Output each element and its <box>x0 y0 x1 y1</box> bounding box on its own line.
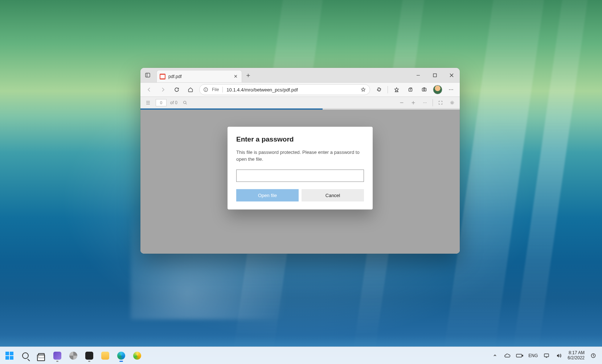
extensions-button[interactable] <box>374 85 384 95</box>
network-icon[interactable] <box>543 352 550 359</box>
svg-point-17 <box>452 89 453 90</box>
load-progress <box>140 109 460 110</box>
close-window-button[interactable] <box>443 68 460 82</box>
dialog-title: Enter a password <box>236 136 364 144</box>
svg-point-16 <box>451 89 451 90</box>
new-tab-button[interactable]: ＋ <box>242 68 254 82</box>
minimize-button[interactable] <box>410 68 426 82</box>
address-scheme: File <box>212 87 219 92</box>
tab-title: pdf.pdf <box>168 74 229 79</box>
svg-point-29 <box>451 102 453 103</box>
taskbar-app-teams[interactable] <box>50 348 65 363</box>
svg-rect-13 <box>422 88 426 91</box>
settings-menu-button[interactable] <box>446 85 456 95</box>
home-button[interactable] <box>185 85 196 95</box>
svg-point-27 <box>425 102 425 103</box>
notifications-button[interactable] <box>590 352 597 359</box>
svg-point-21 <box>184 101 186 103</box>
svg-rect-31 <box>522 355 523 356</box>
page-total: of 0 <box>170 100 177 105</box>
browser-toolbar: File 10.1.4.4/mro/between_pcs/pdf.pdf <box>140 82 460 97</box>
web-capture-button[interactable] <box>419 85 429 95</box>
collections-button[interactable] <box>405 85 415 95</box>
more-button[interactable] <box>421 99 429 107</box>
forward-button[interactable] <box>158 85 168 95</box>
system-tray: ENG 8:17 AM 6/2/2022 <box>491 351 602 361</box>
contents-button[interactable] <box>144 99 152 107</box>
refresh-button[interactable] <box>172 85 182 95</box>
close-tab-button[interactable]: ✕ <box>232 73 239 80</box>
clock-date: 6/2/2022 <box>568 356 585 361</box>
svg-rect-0 <box>146 73 150 77</box>
onedrive-icon[interactable] <box>504 352 511 359</box>
maximize-button[interactable] <box>426 68 443 82</box>
language-indicator[interactable]: ENG <box>528 353 538 358</box>
pdf-settings-button[interactable] <box>448 99 456 107</box>
find-button[interactable] <box>181 99 189 107</box>
svg-point-14 <box>423 89 425 90</box>
pdf-icon <box>160 74 165 79</box>
profile-avatar[interactable] <box>433 85 442 94</box>
clock[interactable]: 8:17 AM 6/2/2022 <box>568 351 585 361</box>
svg-point-28 <box>426 102 427 103</box>
taskbar-app-settings[interactable] <box>66 348 81 363</box>
svg-point-15 <box>449 89 450 90</box>
volume-icon[interactable] <box>555 352 562 359</box>
taskbar-app-explorer[interactable] <box>98 348 112 363</box>
favorite-button[interactable] <box>360 87 366 93</box>
taskbar-app-edge[interactable] <box>114 348 128 363</box>
taskbar-app-terminal[interactable] <box>82 348 97 363</box>
taskbar-app-edge-canary[interactable] <box>130 348 144 363</box>
page-number-input[interactable]: 0 <box>156 99 167 106</box>
svg-rect-32 <box>544 354 549 357</box>
address-bar[interactable]: File 10.1.4.4/mro/between_pcs/pdf.pdf <box>199 84 370 95</box>
svg-line-22 <box>186 103 187 104</box>
svg-rect-30 <box>516 354 522 357</box>
tray-overflow-button[interactable] <box>491 352 499 359</box>
task-view-button[interactable] <box>34 348 49 363</box>
address-url: 10.1.4.4/mro/between_pcs/pdf.pdf <box>226 87 357 93</box>
zoom-in-button[interactable] <box>409 99 417 107</box>
password-dialog: Enter a password This file is password p… <box>228 127 373 210</box>
password-input[interactable] <box>236 169 364 182</box>
zoom-out-button[interactable] <box>398 99 406 107</box>
fullscreen-button[interactable] <box>437 99 445 107</box>
titlebar: pdf.pdf ✕ ＋ <box>140 68 460 82</box>
cancel-button[interactable]: Cancel <box>302 189 364 201</box>
open-file-button[interactable]: Open file <box>236 189 299 201</box>
favorites-button[interactable] <box>392 85 402 95</box>
svg-point-8 <box>205 89 206 89</box>
clock-time: 8:17 AM <box>568 351 585 356</box>
start-button[interactable] <box>2 348 17 363</box>
browser-tab[interactable]: pdf.pdf ✕ <box>156 70 242 82</box>
browser-window: pdf.pdf ✕ ＋ File 10.1.4.4/mro/between_pc… <box>140 68 460 254</box>
taskbar: ENG 8:17 AM 6/2/2022 <box>0 347 602 364</box>
svg-rect-3 <box>433 74 437 77</box>
tab-actions-button[interactable] <box>140 68 155 82</box>
back-button[interactable] <box>144 85 154 95</box>
dialog-message: This file is password protected. Please … <box>236 150 364 163</box>
info-icon <box>203 87 208 92</box>
svg-point-26 <box>423 102 424 103</box>
battery-icon[interactable] <box>516 352 523 359</box>
pdf-toolbar: 0 of 0 <box>140 97 460 109</box>
taskbar-search[interactable] <box>18 348 33 363</box>
